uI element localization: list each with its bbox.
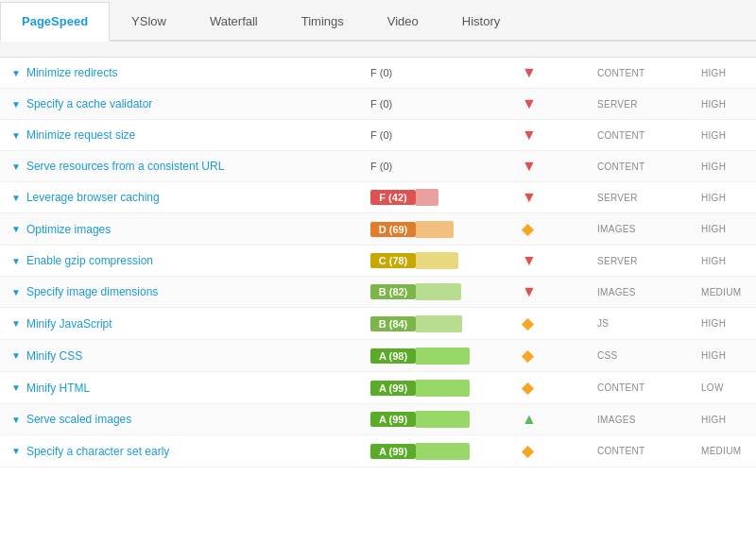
chevron-icon: ▼ — [11, 256, 21, 266]
type-cell-6: SERVER — [597, 256, 701, 266]
grade-bar — [416, 380, 470, 397]
priority-cell-9: HIGH — [701, 350, 756, 361]
chevron-icon: ▼ — [11, 68, 21, 78]
tab-pagespeed[interactable]: PageSpeed — [0, 2, 110, 42]
chevron-icon: ▼ — [11, 193, 21, 203]
icon-cell-9: ◆ — [522, 347, 597, 365]
priority-cell-3: HIGH — [701, 161, 756, 172]
arrow-up-icon: ▲ — [522, 411, 537, 428]
arrow-down-icon: ▼ — [522, 252, 537, 269]
table-body: ▼Minimize redirectsF (0)▼CONTENTHIGH▼Spe… — [0, 58, 756, 467]
arrow-down-icon: ▼ — [522, 189, 537, 206]
row-name-4[interactable]: ▼Leverage browser caching — [11, 191, 370, 204]
tab-history[interactable]: History — [440, 2, 522, 42]
row-name-2[interactable]: ▼Minimize request size — [11, 128, 370, 142]
grade-cell-1: F (0) — [370, 96, 522, 111]
grade-bar-container: D (69) — [370, 221, 454, 238]
row-name-5[interactable]: ▼Optimize images — [11, 223, 370, 236]
tab-bar: PageSpeedYSlowWaterfallTimingsVideoHisto… — [0, 0, 756, 42]
row-name-11[interactable]: ▼Serve scaled images — [11, 413, 370, 426]
icon-cell-6: ▼ — [522, 252, 597, 269]
grade-cell-9: A (98) — [370, 348, 522, 365]
priority-cell-2: HIGH — [701, 130, 756, 141]
chevron-icon: ▼ — [11, 350, 21, 361]
grade-label: A (99) — [370, 381, 416, 396]
icon-cell-8: ◆ — [522, 314, 597, 332]
priority-cell-1: HIGH — [701, 99, 756, 110]
row-name-8[interactable]: ▼Minify JavaScript — [11, 317, 370, 331]
table-row: ▼Minify CSS A (98) ◆CSSHIGH — [0, 340, 756, 372]
grade-label: A (99) — [370, 444, 416, 459]
priority-cell-5: HIGH — [701, 224, 756, 234]
grade-bar — [416, 283, 461, 300]
grade-bar-container: B (82) — [370, 283, 461, 300]
priority-cell-11: HIGH — [701, 415, 756, 425]
row-label: Specify image dimensions — [26, 285, 158, 298]
row-label: Optimize images — [26, 223, 111, 236]
icon-cell-0: ▼ — [522, 64, 597, 81]
grade-bar-container: A (99) — [370, 411, 470, 428]
grade-cell-7: B (82) — [370, 283, 522, 300]
chevron-icon: ▼ — [11, 224, 21, 234]
priority-cell-12: MEDIUM — [701, 446, 756, 456]
row-name-12[interactable]: ▼Specify a character set early — [11, 445, 370, 458]
icon-cell-7: ▼ — [522, 283, 597, 300]
grade-bar — [416, 221, 454, 238]
tab-yslow[interactable]: YSlow — [110, 2, 188, 42]
table-row: ▼Enable gzip compression C (78) ▼SERVERH… — [0, 246, 756, 277]
row-name-9[interactable]: ▼Minify CSS — [11, 349, 370, 363]
grade-none: F (0) — [370, 96, 392, 111]
icon-cell-1: ▼ — [522, 95, 597, 112]
type-cell-8: JS — [597, 318, 701, 329]
icon-cell-5: ◆ — [522, 220, 597, 238]
diamond-icon: ◆ — [522, 220, 533, 238]
tabs-container: PageSpeedYSlowWaterfallTimingsVideoHisto… — [0, 0, 756, 42]
table-row: ▼Specify image dimensions B (82) ▼IMAGES… — [0, 277, 756, 308]
type-cell-11: IMAGES — [597, 415, 701, 425]
grade-cell-12: A (99) — [370, 443, 522, 460]
grade-cell-11: A (99) — [370, 411, 522, 428]
row-label: Serve scaled images — [26, 413, 131, 426]
grade-bar-container: C (78) — [370, 252, 458, 269]
grade-cell-2: F (0) — [370, 127, 522, 143]
diamond-icon: ◆ — [522, 347, 533, 365]
row-name-7[interactable]: ▼Specify image dimensions — [11, 285, 370, 298]
row-name-6[interactable]: ▼Enable gzip compression — [11, 254, 370, 267]
icon-cell-11: ▲ — [522, 411, 597, 428]
grade-label: A (99) — [370, 412, 416, 427]
diamond-icon: ◆ — [522, 379, 533, 397]
tab-waterfall[interactable]: Waterfall — [188, 2, 280, 42]
tab-timings[interactable]: Timings — [280, 2, 366, 42]
arrow-down-icon: ▼ — [522, 127, 537, 144]
chevron-icon: ▼ — [11, 318, 21, 329]
grade-bar-container: A (99) — [370, 380, 470, 397]
grade-bar-container: F (42) — [370, 189, 438, 206]
row-label: Specify a cache validator — [26, 97, 152, 110]
grade-bar — [416, 411, 470, 428]
tab-video[interactable]: Video — [366, 2, 440, 42]
priority-cell-4: HIGH — [701, 193, 756, 203]
grade-bar-container: A (98) — [370, 348, 470, 365]
grade-label: B (84) — [370, 316, 416, 331]
grade-label: B (82) — [370, 284, 416, 299]
grade-bar — [416, 315, 462, 332]
type-cell-1: SERVER — [597, 99, 701, 110]
row-label: Minify HTML — [26, 382, 90, 395]
row-name-10[interactable]: ▼Minify HTML — [11, 382, 370, 395]
table-row: ▼Specify a cache validatorF (0)▼SERVERHI… — [0, 89, 756, 120]
priority-cell-10: LOW — [701, 382, 756, 393]
priority-cell-6: HIGH — [701, 256, 756, 266]
table-row: ▼Specify a character set early A (99) ◆C… — [0, 435, 756, 467]
chevron-icon: ▼ — [11, 130, 21, 141]
type-cell-7: IMAGES — [597, 287, 701, 297]
row-name-0[interactable]: ▼Minimize redirects — [11, 66, 370, 79]
table-row: ▼Serve scaled images A (99) ▲IMAGESHIGH — [0, 404, 756, 435]
grade-label: A (98) — [370, 348, 416, 364]
arrow-down-icon: ▼ — [522, 158, 537, 175]
row-name-1[interactable]: ▼Specify a cache validator — [11, 97, 370, 110]
row-name-3[interactable]: ▼Serve resources from a consistent URL — [11, 160, 370, 173]
type-cell-4: SERVER — [597, 193, 701, 203]
diamond-icon: ◆ — [522, 314, 533, 332]
grade-bar-container: B (84) — [370, 315, 462, 332]
table-row: ▼Optimize images D (69) ◆IMAGESHIGH — [0, 213, 756, 246]
